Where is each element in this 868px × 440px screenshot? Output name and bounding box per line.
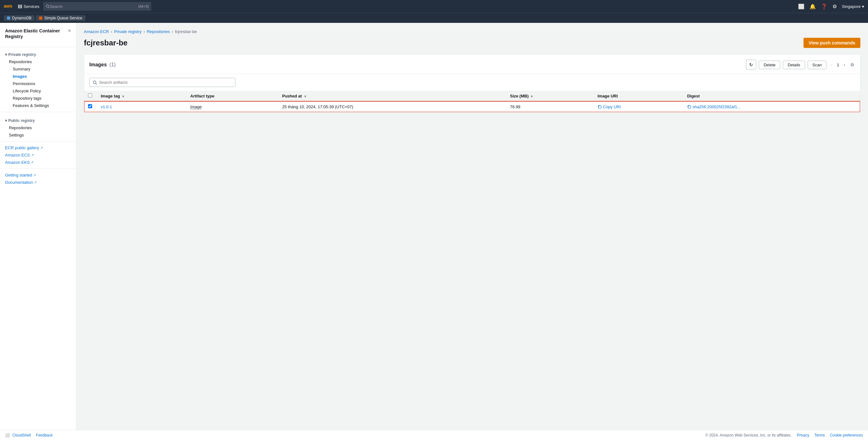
- svg-rect-14: [598, 106, 601, 108]
- svg-rect-4: [18, 6, 19, 7]
- page-header: fcjresbar-be View push commands: [84, 38, 860, 48]
- global-search-input[interactable]: [50, 4, 138, 9]
- sidebar-header: Amazon Elastic Container Registry ×: [0, 28, 76, 44]
- scan-button[interactable]: Scan: [808, 61, 827, 69]
- artifact-type-cell: Image: [186, 101, 278, 112]
- delete-button[interactable]: Delete: [759, 61, 780, 69]
- pagination: ‹ 1 ›: [829, 62, 847, 68]
- external-link-icon-gs: ↗: [33, 173, 36, 177]
- sidebar-close-button[interactable]: ×: [68, 28, 71, 34]
- svg-line-11: [48, 7, 49, 8]
- sidebar-item-features-settings[interactable]: Features & Settings: [0, 102, 76, 109]
- sidebar-section-private-registry[interactable]: ▾ Private registry: [0, 50, 76, 58]
- size-mb-cell: 76.99: [506, 101, 593, 112]
- sidebar-item-pub-repositories[interactable]: Repositories: [0, 124, 76, 131]
- sidebar-link-ecr-gallery[interactable]: ECR public gallery ↗: [0, 144, 76, 151]
- sidebar-link-amazon-eks[interactable]: Amazon EKS ↗: [0, 159, 76, 166]
- images-table: Image tag ▾ Artifact type Pushed at ▾: [84, 91, 860, 112]
- main-layout: Amazon Elastic Container Registry × ▾ Pr…: [0, 23, 868, 430]
- panel-actions: ↻ Delete Details Scan ‹ 1 › ⚙: [746, 60, 855, 70]
- sidebar-divider-3: [0, 169, 76, 169]
- breadcrumb-amazon-ecr[interactable]: Amazon ECR: [84, 29, 109, 34]
- th-digest: Digest: [683, 91, 860, 101]
- services-bar: DynamoDB Simple Queue Service: [0, 13, 868, 23]
- breadcrumb-sep-2: ›: [144, 29, 145, 34]
- sidebar-link-documentation[interactable]: Documentation ↗: [0, 179, 76, 186]
- dynamodb-service-pill[interactable]: DynamoDB: [4, 15, 35, 21]
- sidebar-divider-top: [0, 47, 76, 47]
- th-size-mb: Size (MB) ▾: [506, 91, 593, 101]
- sidebar-item-repositories[interactable]: Repositories: [0, 58, 76, 65]
- breadcrumb-current: fcjresbar-be: [175, 29, 197, 34]
- select-all-checkbox[interactable]: [88, 93, 92, 98]
- image-tag-cell: v1.0.1: [97, 101, 186, 112]
- refresh-button[interactable]: ↻: [746, 60, 756, 70]
- sidebar-item-pub-settings[interactable]: Settings: [0, 131, 76, 139]
- svg-rect-7: [18, 7, 19, 8]
- terminal-icon[interactable]: ⬜: [798, 3, 804, 9]
- external-link-icon-ecs: ↗: [31, 153, 34, 157]
- copy-uri-button[interactable]: Copy URI: [598, 104, 621, 109]
- prev-page-button[interactable]: ‹: [829, 62, 834, 68]
- global-search[interactable]: [Alt+S]: [43, 2, 151, 11]
- sidebar-item-lifecycle-policy[interactable]: Lifecycle Policy: [0, 87, 76, 95]
- copy-icon: [598, 105, 602, 109]
- external-link-icon-docs: ↗: [34, 181, 36, 184]
- aws-logo[interactable]: aws: [4, 3, 14, 9]
- search-shortcut: [Alt+S]: [138, 4, 149, 8]
- sidebar-link-getting-started[interactable]: Getting started ↗: [0, 171, 76, 179]
- sqs-icon: [39, 16, 42, 20]
- details-button[interactable]: Details: [783, 61, 805, 69]
- breadcrumb-repositories[interactable]: Repositories: [147, 29, 170, 34]
- image-tag-link[interactable]: v1.0.1: [101, 104, 112, 109]
- th-artifact-type: Artifact type: [186, 91, 278, 101]
- table-settings-button[interactable]: ⚙: [849, 62, 855, 68]
- th-image-uri: Image URI: [594, 91, 683, 101]
- sort-icon-tag[interactable]: ▾: [122, 95, 124, 98]
- sqs-service-pill[interactable]: Simple Queue Service: [36, 15, 85, 21]
- view-push-commands-button[interactable]: View push commands: [804, 38, 860, 48]
- bell-icon[interactable]: 🔔: [810, 3, 816, 9]
- sort-icon-pushed[interactable]: ▾: [304, 95, 306, 98]
- help-icon[interactable]: ❓: [821, 3, 827, 9]
- dynamodb-icon: [7, 16, 10, 20]
- images-panel: Images (1) ↻ Delete Details Scan ‹ 1 ›: [84, 54, 860, 112]
- sidebar-item-images[interactable]: Images: [0, 73, 76, 80]
- row-checkbox[interactable]: [88, 104, 92, 108]
- external-link-icon: ↗: [40, 146, 43, 149]
- svg-rect-3: [21, 5, 22, 6]
- chevron-down-icon-pub: ▾: [5, 119, 7, 123]
- search-input-wrap: [89, 78, 236, 87]
- region-selector[interactable]: Singapore ▾: [842, 4, 864, 9]
- sidebar-item-permissions[interactable]: Permissions: [0, 80, 76, 87]
- settings-icon[interactable]: ⚙: [832, 3, 837, 9]
- sort-icon-size[interactable]: ▾: [531, 95, 532, 98]
- chevron-down-icon: ▾: [5, 53, 7, 57]
- svg-rect-9: [21, 7, 22, 8]
- sidebar-divider-1: [0, 112, 76, 112]
- artifacts-search-input[interactable]: [99, 80, 232, 85]
- panel-header: Images (1) ↻ Delete Details Scan ‹ 1 ›: [84, 55, 860, 74]
- images-table-wrap: Image tag ▾ Artifact type Pushed at ▾: [84, 91, 860, 112]
- svg-rect-8: [20, 7, 21, 8]
- sidebar: Amazon Elastic Container Registry × ▾ Pr…: [0, 23, 76, 430]
- sidebar-link-amazon-ecs[interactable]: Amazon ECS ↗: [0, 151, 76, 159]
- svg-rect-2: [20, 5, 21, 6]
- search-row: [84, 74, 860, 91]
- services-button[interactable]: Services: [18, 4, 39, 9]
- sidebar-section-public-registry[interactable]: ▾ Public registry: [0, 114, 76, 124]
- th-image-tag: Image tag ▾: [97, 91, 186, 101]
- external-link-icon-eks: ↗: [31, 161, 33, 164]
- refresh-icon: ↻: [749, 62, 753, 67]
- sidebar-item-repository-tags[interactable]: Repository tags: [0, 95, 76, 102]
- digest-cell: sha256:200025f2392af1...: [683, 101, 860, 112]
- table-body: v1.0.1 Image 25 tháng 10, 2024, 17:05:39…: [84, 101, 860, 112]
- pushed-at-cell: 25 tháng 10, 2024, 17:05:39 (UTC+07): [278, 101, 506, 112]
- svg-rect-5: [20, 6, 21, 7]
- breadcrumb-sep-1: ›: [111, 29, 112, 34]
- next-page-button[interactable]: ›: [842, 62, 847, 68]
- breadcrumb-private-registry[interactable]: Private registry: [114, 29, 142, 34]
- copy-digest-button[interactable]: sha256:200025f2392af1...: [687, 104, 741, 109]
- sidebar-item-summary[interactable]: Summary: [0, 65, 76, 73]
- svg-rect-15: [688, 106, 691, 108]
